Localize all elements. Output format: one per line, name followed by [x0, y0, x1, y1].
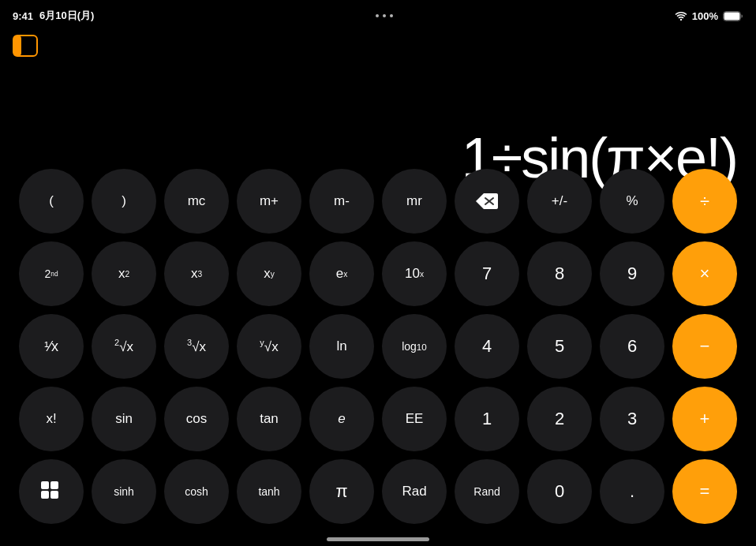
cosh-button[interactable]: cosh [164, 459, 229, 524]
second-button[interactable]: 2nd [19, 241, 84, 306]
status-right: 100% [675, 10, 743, 22]
button-row-1: ( ) mc m+ m- mr +/- % ÷ [8, 169, 748, 234]
memory-recall-button[interactable]: mr [382, 169, 447, 234]
dot3 [390, 14, 393, 17]
four-button[interactable]: 4 [455, 314, 519, 379]
five-button[interactable]: 5 [527, 314, 592, 379]
calculator-grid: ( ) mc m+ m- mr +/- % ÷ 2nd x2 x3 xy ex … [0, 169, 756, 524]
button-row-5: sinh cosh tanh π Rad Rand 0 . = [8, 459, 748, 524]
add-button[interactable]: + [672, 387, 737, 451]
cos-button[interactable]: cos [164, 387, 229, 451]
svg-rect-10 [51, 491, 58, 499]
svg-rect-9 [41, 491, 49, 499]
sqrt-button[interactable]: 2√x [92, 314, 156, 379]
ln-button[interactable]: ln [309, 314, 374, 379]
nine-button[interactable]: 9 [600, 241, 664, 306]
one-button[interactable]: 1 [455, 387, 519, 451]
three-button[interactable]: 3 [600, 387, 664, 451]
plus-minus-button[interactable]: +/- [527, 169, 592, 234]
equals-button[interactable]: = [672, 459, 737, 524]
power-y-button[interactable]: xy [237, 241, 301, 306]
dot2 [383, 14, 386, 17]
nth-root-button[interactable]: y√x [237, 314, 301, 379]
battery-icon [723, 11, 743, 21]
tan-button[interactable]: tan [237, 387, 301, 451]
calculator-grid-icon [39, 480, 63, 503]
open-paren-button[interactable]: ( [19, 169, 84, 234]
time: 9:41 [13, 10, 33, 22]
memory-plus-button[interactable]: m+ [237, 169, 301, 234]
two-button[interactable]: 2 [527, 387, 592, 451]
battery-level: 100% [692, 10, 718, 22]
eight-button[interactable]: 8 [527, 241, 592, 306]
svg-rect-2 [724, 12, 739, 20]
close-paren-button[interactable]: ) [92, 169, 156, 234]
status-center [376, 14, 393, 17]
date: 6月10日(月) [39, 9, 94, 23]
subtract-button[interactable]: − [672, 314, 737, 379]
status-left: 9:41 6月10日(月) [13, 9, 94, 23]
percent-button[interactable]: % [600, 169, 664, 234]
calculator-mode-button[interactable] [19, 459, 84, 524]
factorial-button[interactable]: x! [19, 387, 84, 451]
rand-button[interactable]: Rand [455, 459, 519, 524]
backspace-icon [476, 193, 498, 209]
seven-button[interactable]: 7 [455, 241, 519, 306]
cbrt-button[interactable]: 3√x [164, 314, 229, 379]
reciprocal-button[interactable]: ¹∕x [19, 314, 84, 379]
multiply-button[interactable]: × [672, 241, 737, 306]
six-button[interactable]: 6 [600, 314, 664, 379]
zero-button[interactable]: 0 [527, 459, 592, 524]
svg-rect-7 [41, 481, 49, 489]
ee-button[interactable]: EE [382, 387, 447, 451]
svg-point-0 [680, 19, 682, 21]
square-button[interactable]: x2 [92, 241, 156, 306]
rad-button[interactable]: Rad [382, 459, 447, 524]
button-row-3: ¹∕x 2√x 3√x y√x ln log10 4 5 6 − [8, 314, 748, 379]
divide-button[interactable]: ÷ [672, 169, 737, 234]
log10-button[interactable]: log10 [382, 314, 447, 379]
pi-button[interactable]: π [309, 459, 374, 524]
wifi-icon [675, 11, 687, 21]
svg-rect-8 [51, 481, 58, 489]
status-bar: 9:41 6月10日(月) 100% [0, 0, 756, 28]
button-row-4: x! sin cos tan e EE 1 2 3 + [8, 387, 748, 451]
memory-clear-button[interactable]: mc [164, 169, 229, 234]
home-indicator [327, 537, 429, 541]
euler-button[interactable]: e [309, 387, 374, 451]
exp-x-button[interactable]: ex [309, 241, 374, 306]
sin-button[interactable]: sin [92, 387, 156, 451]
sinh-button[interactable]: sinh [92, 459, 156, 524]
backspace-button[interactable] [455, 169, 519, 234]
decimal-button[interactable]: . [600, 459, 664, 524]
cube-button[interactable]: x3 [164, 241, 229, 306]
ten-power-x-button[interactable]: 10x [382, 241, 447, 306]
tanh-button[interactable]: tanh [237, 459, 301, 524]
button-row-2: 2nd x2 x3 xy ex 10x 7 8 9 × [8, 241, 748, 306]
dot1 [376, 14, 379, 17]
memory-minus-button[interactable]: m- [309, 169, 374, 234]
